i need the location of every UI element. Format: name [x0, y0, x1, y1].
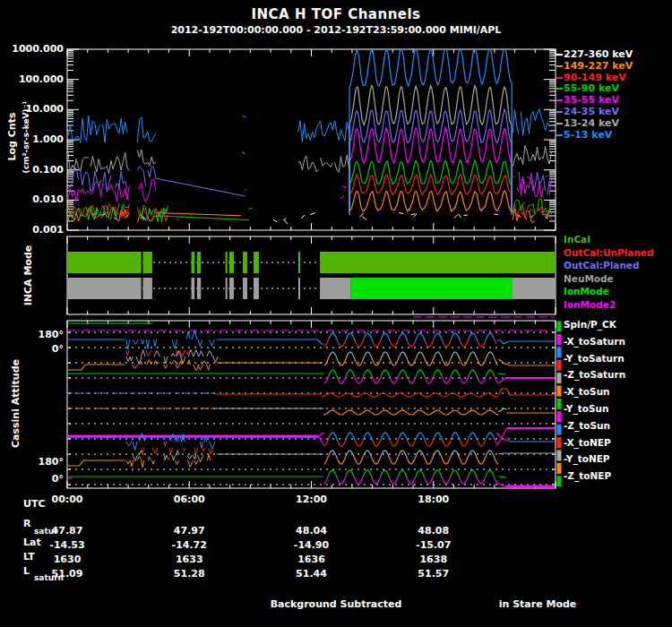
legend-tick-227-360-keV — [556, 54, 563, 56]
legend-tick-5-13-keV — [556, 134, 563, 136]
legend-attitude--Y-toNEP: -Y_toNEP — [564, 453, 610, 464]
legend-tick-13-24-keV — [556, 123, 563, 125]
attitude-sun-aux — [67, 408, 555, 415]
ephemeris-value-LT-0: 1630 — [31, 554, 103, 565]
inca-mode-bars — [67, 252, 556, 299]
ephemeris-value-L-3: 51.57 — [398, 568, 470, 580]
legend-attitude--Y-toSun: -Y_toSun — [564, 403, 608, 414]
ephemeris-label-R: R — [23, 518, 30, 529]
footer-note-background: Background Subtracted — [246, 598, 426, 610]
ephemeris-value-L-1: 51.28 — [153, 568, 225, 580]
attitude-z-to-saturn — [126, 349, 218, 364]
panel3-ytick-180°: 180° — [0, 456, 64, 468]
legend-attitude--Y-toSaturn: -Y_toSaturn — [564, 353, 625, 364]
panel1-ytick-1000.000: 1000.000 — [0, 43, 64, 55]
panel3-ytick-0°: 0° — [0, 473, 64, 485]
attitude-x-to-nep — [67, 428, 555, 451]
legend-attitude--Z-toNEP: -Z_toNEP — [564, 470, 611, 481]
utc-time-00:00: 00:00 — [40, 494, 94, 505]
legend-tick-24-35-keV — [556, 111, 563, 113]
panel1-ytick-0.100: 0.100 — [0, 164, 64, 176]
ephemeris-value-R-2: 48.04 — [276, 525, 348, 537]
legend-mode-IonMode2: IonMode2 — [564, 299, 616, 310]
legend-channel-35-55-keV: 35-55 keV — [564, 94, 619, 106]
panel1-ytick-1.000: 1.000 — [0, 133, 64, 145]
panel1-ytick-0.010: 0.010 — [0, 193, 64, 205]
ephemeris-value-Lat-1: -14.72 — [153, 539, 225, 551]
utc-time-06:00: 06:00 — [162, 494, 216, 505]
legend-attitude--Z-toSaturn: -Z_toSaturn — [564, 369, 625, 380]
ephemeris-value-Lat-2: -14.90 — [276, 539, 348, 551]
legend-attitude-Spin-P-CK: Spin/P_CK — [564, 319, 616, 330]
attitude-z-to-sun — [67, 389, 555, 397]
cassini-attitude-traces — [69, 322, 562, 487]
legend-channel-13-24-keV: 13-24 keV — [564, 117, 619, 129]
footer-note-stare-mode: in Stare Mode — [484, 598, 591, 610]
panel1-ytick-0.001: 0.001 — [0, 224, 64, 236]
ephemeris-value-Lat-3: -15.07 — [398, 539, 470, 551]
legend-mode-OutCal-Planed: OutCal:Planed — [564, 260, 640, 271]
legend-mode-OutCal-UnPlaned: OutCal:UnPlaned — [564, 247, 654, 258]
utc-time-12:00: 12:00 — [285, 494, 339, 505]
legend-attitude--X-toNEP: -X_toNEP — [564, 437, 611, 448]
attitude-spin-pck — [67, 317, 555, 331]
legend-mode-IonMode: IonMode — [564, 286, 609, 296]
panel1-ytick-10.000: 10.000 — [0, 103, 64, 115]
ephemeris-value-Lat-0: -14.53 — [31, 539, 103, 551]
legend-channel-90-149-keV: 90-149 keV — [564, 72, 626, 83]
panel3-ytick-0°: 0° — [0, 343, 64, 355]
legend-mode-NeuMode: NeuMode — [564, 273, 614, 284]
ephemeris-value-L-0: 51.09 — [31, 568, 103, 580]
attitude-z-to-nep — [67, 455, 555, 486]
tof-series-55-90-keV — [68, 160, 551, 223]
legend-channel-149-227-keV: 149-227 keV — [564, 60, 633, 72]
panel1-ytick-100.000: 100.000 — [0, 73, 64, 85]
ephemeris-value-R-1: 47.97 — [153, 525, 225, 537]
legend-attitude--X-toSun: -X_toSun — [564, 386, 610, 397]
legend-attitude--Z-toSun: -Z_toSun — [564, 420, 610, 431]
ephemeris-value-LT-1: 1633 — [153, 554, 225, 565]
legend-tick-90-149-keV — [556, 77, 563, 79]
ephemeris-value-R-0: 47.87 — [31, 525, 103, 537]
legend-tick-35-55-keV — [556, 99, 563, 101]
utc-time-18:00: 18:00 — [407, 494, 461, 505]
legend-attitude--X-toSaturn: -X_toSaturn — [564, 336, 625, 347]
inca-tof-plot-window: INCA H TOF Channels 2012-192T00:00:00.00… — [0, 0, 672, 627]
ephemeris-value-L-2: 51.44 — [276, 568, 348, 580]
ephemeris-value-LT-2: 1636 — [276, 554, 348, 565]
attitude-y-to-nep — [133, 448, 555, 464]
tof-series-35-55-keV — [68, 127, 551, 212]
legend-tick-55-90-keV — [556, 88, 563, 90]
ephemeris-value-R-3: 48.08 — [398, 525, 470, 537]
panel2-y-axis-title: INCA Mode — [22, 231, 34, 321]
panel3-ytick-180°: 180° — [0, 329, 64, 340]
legend-tick-149-227-keV — [556, 65, 563, 67]
attitude-y-to-sun — [67, 370, 555, 383]
attitude-x-to-saturn — [67, 331, 555, 350]
tof-series-24-35-keV — [68, 109, 551, 211]
legend-channel-5-13-keV: 5-13 keV — [564, 129, 612, 141]
ephemeris-value-LT-3: 1638 — [398, 554, 470, 565]
ephemeris-label-L: L — [23, 565, 30, 577]
legend-mode-InCal: InCal — [564, 234, 590, 245]
legend-channel-55-90-keV: 55-90 keV — [564, 82, 619, 94]
legend-channel-227-360-keV: 227-360 keV — [564, 48, 633, 60]
legend-channel-24-35-keV: 24-35 keV — [564, 106, 619, 117]
